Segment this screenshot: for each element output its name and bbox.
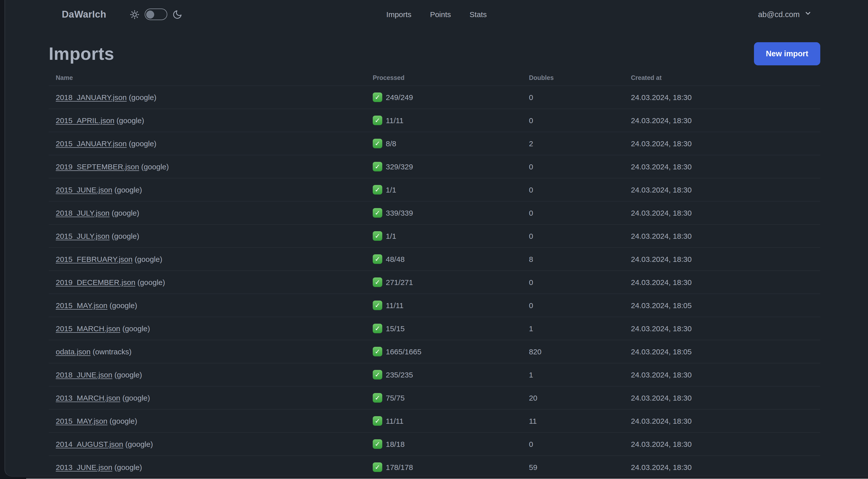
doubles-cell: 0	[529, 185, 631, 194]
import-source-label: (google)	[112, 209, 139, 217]
created-at-cell: 24.03.2024, 18:30	[631, 93, 820, 101]
import-source-label: (owntracks)	[93, 347, 132, 356]
processed-cell: ✓ 249/249	[373, 92, 529, 102]
success-check-icon: ✓	[373, 324, 382, 333]
import-source-label: (google)	[115, 185, 142, 194]
processed-cell: ✓ 235/235	[373, 370, 529, 380]
import-source-label: (google)	[129, 93, 156, 101]
import-file-link[interactable]: 2015_JULY.json	[56, 232, 110, 240]
doubles-cell: 2	[529, 139, 631, 148]
user-menu[interactable]: ab@cd.com	[758, 9, 812, 19]
theme-toggle-knob	[146, 10, 154, 18]
import-file-link[interactable]: 2018_JANUARY.json	[56, 93, 127, 101]
app-logo[interactable]: DaWarIch	[62, 9, 106, 20]
table-row: 2015_JULY.json (google) ✓ 1/1 0 24.03.20…	[49, 224, 820, 247]
import-file-link[interactable]: 2018_JUNE.json	[56, 370, 112, 379]
created-at-cell: 24.03.2024, 18:05	[631, 347, 820, 356]
nav-link-points[interactable]: Points	[430, 10, 451, 19]
import-source-label: (google)	[117, 116, 144, 125]
nav-link-stats[interactable]: Stats	[470, 10, 487, 19]
doubles-cell: 8	[529, 255, 631, 263]
import-file-link[interactable]: 2015_JUNE.json	[56, 185, 112, 194]
success-check-icon: ✓	[373, 92, 382, 102]
doubles-cell: 0	[529, 116, 631, 125]
table-row: 2019_SEPTEMBER.json (google) ✓ 329/329 0…	[49, 155, 820, 178]
import-file-link[interactable]: 2014_AUGUST.json	[56, 440, 123, 448]
moon-icon	[172, 9, 182, 19]
success-check-icon: ✓	[373, 139, 382, 148]
import-file-link[interactable]: 2019_DECEMBER.json	[56, 278, 135, 287]
table-row: odata.json (owntracks) ✓ 1665/1665 820 2…	[49, 340, 820, 363]
doubles-cell: 0	[529, 301, 631, 310]
success-check-icon: ✓	[373, 277, 382, 287]
name-cell: 2014_AUGUST.json (google)	[56, 440, 373, 448]
processed-cell: ✓ 8/8	[373, 139, 529, 148]
processed-count: 15/15	[386, 324, 405, 333]
processed-count: 271/271	[386, 278, 413, 287]
created-at-cell: 24.03.2024, 18:30	[631, 278, 820, 287]
doubles-cell: 0	[529, 93, 631, 101]
table-row: 2018_JUNE.json (google) ✓ 235/235 1 24.0…	[49, 363, 820, 386]
processed-cell: ✓ 1/1	[373, 185, 529, 194]
success-check-icon: ✓	[373, 370, 382, 380]
doubles-cell: 820	[529, 347, 631, 356]
success-check-icon: ✓	[373, 416, 382, 426]
import-file-link[interactable]: odata.json	[56, 347, 90, 356]
processed-cell: ✓ 48/48	[373, 254, 529, 264]
name-cell: 2015_JANUARY.json (google)	[56, 139, 373, 148]
import-file-link[interactable]: 2015_MAY.json	[56, 417, 107, 425]
user-email: ab@cd.com	[758, 10, 800, 19]
table-row: 2018_JULY.json (google) ✓ 339/339 0 24.0…	[49, 201, 820, 224]
processed-count: 11/11	[386, 417, 404, 425]
processed-count: 329/329	[386, 162, 413, 171]
processed-cell: ✓ 11/11	[373, 416, 529, 426]
name-cell: 2019_DECEMBER.json (google)	[56, 278, 373, 287]
created-at-cell: 24.03.2024, 18:30	[631, 139, 820, 148]
import-file-link[interactable]: 2015_APRIL.json	[56, 116, 115, 125]
processed-count: 339/339	[386, 209, 413, 217]
column-header-name: Name	[56, 74, 373, 82]
table-row: 2015_JUNE.json (google) ✓ 1/1 0 24.03.20…	[49, 178, 820, 201]
imports-table-body: 2018_JANUARY.json (google) ✓ 249/249 0 2…	[49, 85, 820, 477]
processed-count: 48/48	[386, 255, 405, 263]
import-file-link[interactable]: 2013_MARCH.json	[56, 394, 120, 402]
processed-cell: ✓ 339/339	[373, 208, 529, 218]
import-file-link[interactable]: 2015_MARCH.json	[56, 324, 120, 333]
name-cell: 2018_JUNE.json (google)	[56, 370, 373, 379]
page-header: Imports New import	[49, 42, 820, 65]
table-row: 2015_JANUARY.json (google) ✓ 8/8 2 24.03…	[49, 132, 820, 155]
processed-count: 8/8	[386, 139, 396, 148]
import-source-label: (google)	[122, 394, 150, 402]
created-at-cell: 24.03.2024, 18:30	[631, 185, 820, 194]
name-cell: 2013_MARCH.json (google)	[56, 394, 373, 402]
import-file-link[interactable]: 2015_FEBRUARY.json	[56, 255, 133, 263]
sun-icon	[129, 9, 140, 19]
table-header-row: Name Processed Doubles Created at	[49, 70, 820, 85]
success-check-icon: ✓	[373, 185, 382, 194]
name-cell: 2019_SEPTEMBER.json (google)	[56, 162, 373, 171]
nav-link-imports[interactable]: Imports	[386, 10, 411, 19]
import-file-link[interactable]: 2015_MAY.json	[56, 301, 107, 310]
name-cell: 2018_JULY.json (google)	[56, 209, 373, 217]
new-import-button[interactable]: New import	[754, 42, 820, 65]
name-cell: 2015_JULY.json (google)	[56, 232, 373, 240]
import-source-label: (google)	[125, 440, 153, 448]
processed-count: 11/11	[386, 116, 404, 125]
name-cell: 2015_JUNE.json (google)	[56, 185, 373, 194]
import-file-link[interactable]: 2019_SEPTEMBER.json	[56, 162, 139, 171]
table-row: 2015_APRIL.json (google) ✓ 11/11 0 24.03…	[49, 109, 820, 132]
processed-cell: ✓ 11/11	[373, 116, 529, 125]
success-check-icon: ✓	[373, 439, 382, 449]
name-cell: odata.json (owntracks)	[56, 347, 373, 356]
table-row: 2015_FEBRUARY.json (google) ✓ 48/48 8 24…	[49, 247, 820, 270]
import-file-link[interactable]: 2013_JUNE.json	[56, 463, 112, 472]
name-cell: 2015_MARCH.json (google)	[56, 324, 373, 333]
name-cell: 2015_MAY.json (google)	[56, 301, 373, 310]
theme-toggle-switch[interactable]	[145, 8, 167, 20]
bottom-scrollbar-strip[interactable]	[26, 478, 868, 479]
processed-cell: ✓ 1665/1665	[373, 347, 529, 356]
import-file-link[interactable]: 2015_JANUARY.json	[56, 139, 127, 148]
import-source-label: (google)	[110, 301, 137, 310]
name-cell: 2018_JANUARY.json (google)	[56, 93, 373, 101]
import-file-link[interactable]: 2018_JULY.json	[56, 209, 110, 217]
